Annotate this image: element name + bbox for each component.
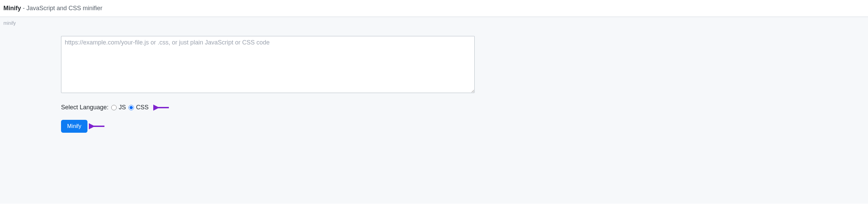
header-title-bold: Minify [3, 5, 21, 12]
lang-option-js[interactable]: JS [111, 104, 126, 111]
minify-button[interactable]: Minify [61, 120, 87, 133]
select-language-label: Select Language: [61, 104, 108, 111]
radio-css[interactable] [129, 105, 134, 110]
minify-row: Minify [61, 120, 475, 133]
lang-css-text: CSS [136, 104, 149, 111]
header-title-sub: - JavaScript and CSS minifier [21, 5, 102, 12]
page-header: Minify - JavaScript and CSS minifier [0, 0, 868, 17]
lang-option-css[interactable]: CSS [129, 104, 149, 111]
code-input[interactable] [61, 36, 475, 93]
main-region: minify Select Language: JS CSS [0, 17, 868, 204]
breadcrumb-label: minify [3, 20, 16, 26]
content-wrap: Select Language: JS CSS [61, 29, 475, 133]
arrow-annotation-lang [153, 104, 170, 112]
breadcrumb: minify [0, 17, 868, 29]
lang-js-text: JS [119, 104, 126, 111]
arrow-annotation-button [89, 122, 105, 130]
language-row: Select Language: JS CSS [61, 104, 475, 111]
radio-js[interactable] [111, 105, 117, 110]
